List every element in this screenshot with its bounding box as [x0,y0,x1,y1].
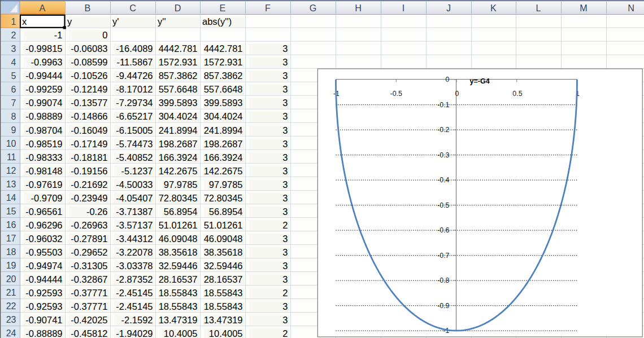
svg-text:x: x [22,16,27,27]
svg-text:13.47319: 13.47319 [159,315,198,325]
svg-text:N: N [628,3,634,13]
svg-text:2: 2 [282,288,288,298]
svg-text:-0.1: -0.1 [437,101,449,109]
svg-text:46.09048: 46.09048 [204,234,243,244]
svg-text:-0.06083: -0.06083 [71,43,107,54]
svg-text:-0.2: -0.2 [437,126,449,134]
svg-text:-3.57137: -3.57137 [116,220,153,230]
svg-text:19: 19 [6,261,16,270]
svg-text:3: 3 [282,301,288,311]
svg-text:8: 8 [11,112,16,121]
svg-text:-0.7: -0.7 [437,252,449,260]
svg-text:24: 24 [6,328,16,338]
svg-text:10.4005: 10.4005 [164,328,198,338]
svg-text:3: 3 [282,71,288,81]
svg-text:304.4024: 304.4024 [204,111,243,121]
svg-text:-0.26: -0.26 [86,207,108,217]
svg-text:K: K [490,3,497,13]
svg-text:abs(y''): abs(y'') [202,16,232,27]
svg-text:3: 3 [282,274,288,284]
svg-text:3: 3 [282,152,288,163]
svg-text:-3.03378: -3.03378 [116,261,153,271]
svg-text:3: 3 [282,57,288,67]
svg-text:18.55843: 18.55843 [159,301,198,311]
svg-text:-6.15005: -6.15005 [116,125,153,135]
svg-text:166.3924: 166.3924 [159,152,198,163]
svg-text:21: 21 [6,288,16,297]
svg-text:-0.98333: -0.98333 [25,152,62,163]
svg-text:0: 0 [102,30,107,40]
svg-text:15: 15 [6,207,16,216]
svg-text:17: 17 [6,234,16,243]
svg-text:0: 0 [455,90,459,98]
svg-text:857.3862: 857.3862 [204,71,243,81]
svg-text:-0.19156: -0.19156 [71,166,107,176]
svg-text:-0.90741: -0.90741 [25,315,62,325]
svg-text:-0.12149: -0.12149 [71,84,107,94]
svg-text:198.2687: 198.2687 [159,139,198,149]
svg-text:241.8994: 241.8994 [159,125,198,135]
svg-text:y'': y'' [158,16,166,27]
svg-text:13.47319: 13.47319 [204,315,243,325]
svg-text:-0.08599: -0.08599 [71,57,107,67]
svg-text:-9.44726: -9.44726 [116,71,153,81]
svg-text:-5.40852: -5.40852 [116,152,153,163]
svg-text:38.35618: 38.35618 [159,247,198,257]
svg-text:3: 3 [282,84,288,94]
svg-text:-0.5: -0.5 [390,90,402,98]
svg-text:399.5893: 399.5893 [159,98,198,108]
svg-text:3: 3 [11,44,16,54]
svg-text:-0.8: -0.8 [437,276,449,284]
svg-text:J: J [446,3,451,13]
svg-text:3: 3 [282,234,288,244]
svg-text:C: C [129,3,136,13]
svg-text:18: 18 [6,247,16,257]
svg-text:142.2675: 142.2675 [159,166,198,176]
svg-text:y=-G4: y=-G4 [470,77,490,85]
svg-text:-0.94444: -0.94444 [25,274,62,284]
svg-text:38.35618: 38.35618 [204,247,243,257]
svg-text:-0.14866: -0.14866 [71,111,107,121]
svg-text:23: 23 [6,315,16,324]
svg-text:166.3924: 166.3924 [204,152,243,163]
svg-text:-0.95503: -0.95503 [25,247,62,257]
svg-text:3: 3 [282,139,288,149]
svg-text:0.5: 0.5 [512,90,522,98]
svg-text:-2.87352: -2.87352 [116,274,153,284]
svg-text:857.3862: 857.3862 [159,71,198,81]
svg-text:M: M [580,3,587,13]
svg-text:-0.45812: -0.45812 [71,328,107,338]
svg-text:-0.18181: -0.18181 [71,152,107,163]
svg-text:-16.4089: -16.4089 [116,43,153,54]
svg-text:-0.16049: -0.16049 [71,125,107,135]
svg-text:241.8994: 241.8994 [204,125,243,135]
svg-text:18.55843: 18.55843 [204,288,243,298]
svg-text:-4.05407: -4.05407 [116,193,153,203]
svg-text:7: 7 [11,98,16,108]
svg-text:-0.94974: -0.94974 [25,261,62,271]
svg-text:1: 1 [11,17,16,27]
svg-text:F: F [265,3,271,13]
svg-text:-0.96296: -0.96296 [25,220,62,230]
svg-text:-0.5: -0.5 [437,201,449,209]
svg-text:56.8954: 56.8954 [164,207,198,217]
svg-text:-0.88889: -0.88889 [25,328,62,338]
svg-text:28.16537: 28.16537 [159,274,198,284]
svg-text:-0.37771: -0.37771 [71,301,107,311]
svg-text:-0.96032: -0.96032 [25,234,62,244]
svg-text:-0.92593: -0.92593 [25,288,62,298]
svg-text:56.8954: 56.8954 [209,207,243,217]
svg-text:3: 3 [282,125,288,135]
svg-text:3: 3 [282,247,288,257]
svg-text:-0.9709: -0.9709 [31,193,63,203]
svg-text:A: A [40,3,46,13]
svg-text:-0.17149: -0.17149 [71,139,107,149]
svg-text:G: G [310,3,317,13]
svg-text:E: E [220,3,226,13]
svg-text:13: 13 [6,179,16,189]
svg-text:32.59446: 32.59446 [204,261,243,271]
svg-text:3: 3 [282,261,288,271]
svg-text:32.59446: 32.59446 [159,261,198,271]
svg-text:-1.94029: -1.94029 [116,328,153,338]
svg-text:4442.781: 4442.781 [159,43,198,54]
